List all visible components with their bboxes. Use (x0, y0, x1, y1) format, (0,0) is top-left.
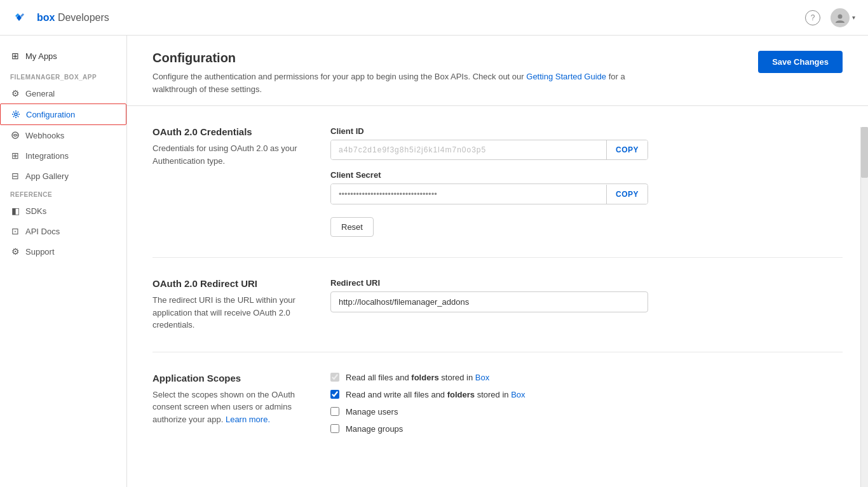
oauth-redirect-desc: The redirect URI is the URL within your … (153, 294, 305, 331)
main-header: Configuration Configure the authenticati… (127, 36, 868, 106)
client-secret-field-wrapper: COPY (330, 183, 648, 204)
app-scopes-right: Read all files and folders stored in Box… (330, 373, 648, 441)
scope-manage-groups: Manage groups (330, 424, 648, 434)
sidebar-item-webhooks[interactable]: Webhooks (0, 125, 126, 145)
gear-icon: ⚙ (10, 88, 20, 98)
webhook-icon (10, 130, 20, 140)
oauth-credentials-left: OAuth 2.0 Credentials Credentials for us… (153, 126, 305, 237)
scrollbar-thumb[interactable] (861, 127, 868, 178)
page-title: Configuration (153, 51, 635, 65)
oauth-credentials-right: Client ID COPY Client Secret COPY R (330, 126, 648, 237)
redirect-uri-group: Redirect URI (330, 278, 648, 312)
client-secret-label: Client Secret (330, 170, 648, 180)
support-icon: ⚙ (10, 246, 20, 257)
app-header: box Developers ? ▾ (0, 0, 868, 36)
client-secret-group: Client Secret COPY (330, 170, 648, 204)
sidebar-item-support[interactable]: ⚙ Support (0, 241, 126, 262)
app-name-label: FILEMANAGER_BOX_APP (0, 69, 126, 83)
app-scopes-desc: Select the scopes shown on the OAuth con… (153, 389, 305, 426)
oauth-redirect-left: OAuth 2.0 Redirect URI The redirect URI … (153, 278, 305, 331)
header-right: ? ▾ (805, 8, 855, 27)
logo-text: box Developers (37, 12, 109, 23)
client-id-field-wrapper: COPY (330, 140, 648, 160)
sidebar-item-app-gallery[interactable]: ⊟ App Gallery (0, 166, 126, 186)
scope-manage-users-checkbox[interactable] (330, 407, 339, 416)
getting-started-link[interactable]: Getting Started Guide (526, 72, 606, 81)
reference-label: REFERENCE (0, 186, 126, 201)
scope-read-files-label: Read all files and folders stored in Box (346, 373, 489, 382)
app-scopes-left: Application Scopes Select the scopes sho… (153, 373, 305, 441)
client-secret-input[interactable] (331, 184, 606, 204)
config-icon (11, 109, 21, 119)
oauth-redirect-section: OAuth 2.0 Redirect URI The redirect URI … (153, 258, 843, 352)
logo: box Developers (13, 11, 109, 25)
avatar[interactable] (831, 8, 850, 27)
sdks-icon: ◧ (10, 206, 20, 216)
app-scopes-title: Application Scopes (153, 373, 305, 384)
oauth-redirect-title: OAuth 2.0 Redirect URI (153, 278, 305, 289)
content-area: OAuth 2.0 Credentials Credentials for us… (127, 106, 868, 462)
sidebar-item-my-apps[interactable]: ⊞ My Apps (0, 46, 126, 69)
sidebar-item-sdks[interactable]: ◧ SDKs (0, 201, 126, 221)
scope-read-files: Read all files and folders stored in Box (330, 373, 648, 382)
redirect-uri-input[interactable] (330, 291, 648, 312)
scope-read-files-checkbox[interactable] (330, 373, 339, 382)
scope-write-files-label: Read and write all files and folders sto… (346, 390, 526, 399)
scope-manage-users-label: Manage users (346, 407, 398, 417)
client-id-group: Client ID COPY (330, 126, 648, 160)
oauth-redirect-right: Redirect URI (330, 278, 648, 331)
help-icon[interactable]: ? (805, 10, 820, 25)
scope-manage-groups-checkbox[interactable] (330, 424, 339, 433)
scrollbar-track (860, 127, 868, 487)
oauth-credentials-title: OAuth 2.0 Credentials (153, 126, 305, 137)
client-secret-copy-button[interactable]: COPY (606, 185, 648, 204)
main-header-text: Configuration Configure the authenticati… (153, 51, 635, 95)
gallery-icon: ⊟ (10, 171, 20, 181)
sidebar-item-general[interactable]: ⚙ General (0, 83, 126, 103)
sidebar-item-api-docs[interactable]: ⊡ API Docs (0, 221, 126, 241)
grid-icon: ⊞ (10, 51, 20, 61)
client-id-label: Client ID (330, 126, 648, 136)
integrations-icon: ⊞ (10, 150, 20, 161)
app-scopes-section: Application Scopes Select the scopes sho… (153, 352, 843, 462)
scope-write-files: Read and write all files and folders sto… (330, 390, 648, 399)
client-id-input[interactable] (331, 140, 606, 159)
scope-write-files-checkbox[interactable] (330, 390, 339, 399)
oauth-credentials-section: OAuth 2.0 Credentials Credentials for us… (153, 106, 843, 258)
sidebar: ⊞ My Apps FILEMANAGER_BOX_APP ⚙ General … (0, 36, 127, 487)
learn-more-link[interactable]: Learn more. (226, 415, 270, 424)
scope-manage-groups-label: Manage groups (346, 424, 403, 434)
box-logo-icon (13, 11, 33, 25)
layout: ⊞ My Apps FILEMANAGER_BOX_APP ⚙ General … (0, 36, 868, 487)
reset-button[interactable]: Reset (330, 217, 374, 237)
avatar-chevron-icon[interactable]: ▾ (852, 14, 855, 21)
oauth-credentials-desc: Credentials for using OAuth 2.0 as your … (153, 142, 305, 167)
scope-manage-users: Manage users (330, 407, 648, 417)
page-subtitle: Configure the authentication and permiss… (153, 70, 635, 95)
sidebar-item-integrations[interactable]: ⊞ Integrations (0, 145, 126, 166)
svg-point-0 (838, 14, 843, 18)
sidebar-item-configuration[interactable]: Configuration (0, 103, 126, 125)
client-id-copy-button[interactable]: COPY (606, 140, 648, 159)
redirect-uri-label: Redirect URI (330, 278, 648, 288)
main-content: Configuration Configure the authenticati… (127, 36, 868, 487)
save-changes-button[interactable]: Save Changes (758, 51, 843, 73)
api-docs-icon: ⊡ (10, 226, 20, 236)
svg-point-1 (15, 113, 17, 116)
